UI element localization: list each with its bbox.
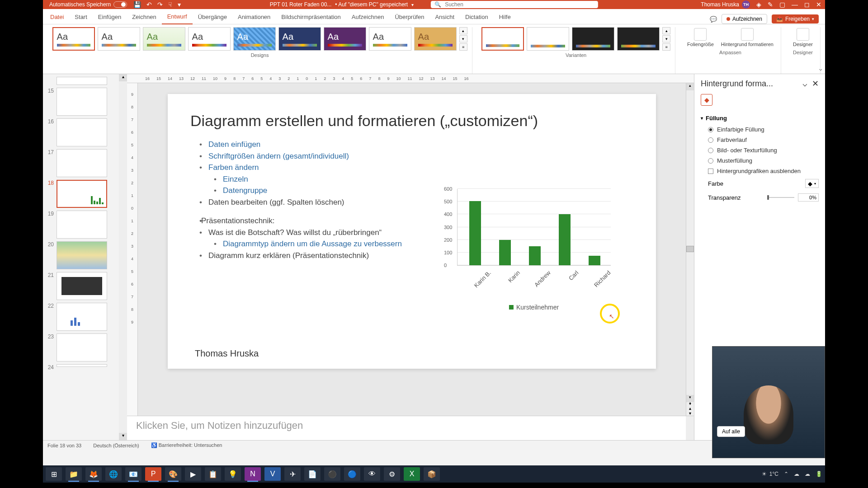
accessibility-status[interactable]: ♿ Barrierefreiheit: Untersuchen (151, 442, 222, 448)
firefox-icon[interactable]: 🦊 (85, 467, 102, 481)
fill-section-header[interactable]: Füllung (701, 112, 819, 124)
obs-icon[interactable]: ⚫ (324, 467, 340, 481)
record-button[interactable]: Aufzeichnen (722, 14, 767, 24)
more-qat-icon[interactable]: ▾ (178, 1, 181, 8)
fill-picture-option[interactable]: Bild- oder Texturfüllung (701, 145, 819, 155)
minimize-icon[interactable]: — (792, 1, 798, 8)
app-icon-7[interactable]: 🎨 (165, 467, 181, 481)
dropdown-icon[interactable]: ▾ (411, 2, 414, 7)
theme-thumb-1[interactable]: Aa (52, 27, 95, 51)
slide-thumb-19[interactable] (57, 211, 107, 239)
tab-help[interactable]: Hilfe (494, 10, 516, 24)
tray-expand-icon[interactable]: ⌃ (784, 471, 788, 477)
slide-thumb-23[interactable] (57, 333, 107, 361)
hide-bg-checkbox[interactable]: Hintergrundgrafiken ausblenden (701, 166, 819, 176)
designer-button[interactable]: Designer (790, 27, 816, 48)
touch-mode-icon[interactable]: ☟ (168, 1, 172, 8)
fill-solid-option[interactable]: Einfarbige Füllung (701, 124, 819, 135)
tab-review[interactable]: Überprüfen (389, 10, 429, 24)
theme-thumb-4[interactable]: Aa (188, 27, 231, 51)
app-icon-20[interactable]: 📦 (424, 467, 440, 481)
undo-icon[interactable]: ↶ (146, 1, 152, 8)
comments-icon[interactable]: 💬 (710, 16, 717, 23)
tray-cloud-icon[interactable]: ☁ (794, 471, 799, 477)
chrome-icon[interactable]: 🌐 (105, 467, 122, 481)
app-icon-10[interactable]: 💡 (225, 467, 241, 481)
pen-icon[interactable]: ✎ (768, 1, 773, 8)
tab-dictation[interactable]: Dictation (460, 10, 494, 24)
close-icon[interactable]: ✕ (816, 1, 821, 8)
window-icon[interactable]: ▢ (779, 1, 785, 8)
autosave-toggle[interactable] (113, 1, 127, 8)
format-background-button[interactable]: Hintergrund formatieren (718, 27, 776, 48)
slide-thumb-17[interactable] (57, 149, 107, 177)
variant-more[interactable]: ≡ (662, 43, 670, 51)
variant-2[interactable] (527, 27, 569, 51)
fill-pattern-option[interactable]: Musterfüllung (701, 155, 819, 166)
theme-thumb-8[interactable]: Aa (369, 27, 411, 51)
thumbnail-scrollbar[interactable]: ▴▾ (119, 74, 127, 440)
settings-icon[interactable]: ⚙ (384, 467, 400, 481)
outlook-icon[interactable]: 📧 (125, 467, 142, 481)
diamond-icon[interactable]: ◈ (756, 1, 761, 8)
variant-3[interactable] (572, 27, 614, 51)
pane-collapse-icon[interactable]: ⌵ (802, 79, 807, 89)
theme-scroll-up[interactable]: ▴ (459, 27, 467, 34)
vlc-icon[interactable]: ▶ (185, 467, 201, 481)
save-icon[interactable]: 💾 (133, 1, 141, 8)
tray-onedrive-icon[interactable]: ☁ (805, 471, 810, 477)
app-icon-14[interactable]: 📄 (304, 467, 321, 481)
slide-thumb-21[interactable] (57, 272, 107, 300)
slide-thumb-18[interactable] (57, 180, 107, 208)
variant-1[interactable] (481, 27, 524, 51)
start-menu-icon[interactable]: ⊞ (46, 467, 62, 481)
vertical-scrollbar[interactable]: ▴▾ ♦▴▾ (686, 83, 694, 416)
collapse-ribbon-icon[interactable]: ⌵ (819, 66, 822, 72)
fill-gradient-option[interactable]: Farbverlauf (701, 135, 819, 145)
app-icon-17[interactable]: 👁 (364, 467, 380, 481)
theme-more[interactable]: ≡ (459, 43, 467, 51)
pane-close-icon[interactable]: ✕ (812, 79, 819, 89)
share-button[interactable]: 📤Freigeben▾ (772, 14, 819, 23)
notes-scrollbar[interactable] (686, 416, 694, 440)
maximize-icon[interactable]: ◻ (804, 1, 810, 8)
app-icon-9[interactable]: 📋 (205, 467, 221, 481)
theme-scroll-down[interactable]: ▾ (459, 35, 467, 42)
slide-thumb-24[interactable] (57, 364, 107, 367)
transparency-value[interactable]: 0% (798, 193, 819, 202)
app-icon-12[interactable]: V (264, 467, 281, 481)
variant-scroll-up[interactable]: ▴ (662, 27, 670, 34)
weather-widget[interactable]: ☀1°C (762, 471, 778, 477)
color-picker[interactable]: ◆ (805, 179, 819, 188)
tab-slideshow[interactable]: Bildschirmpräsentation (276, 10, 346, 24)
tab-start[interactable]: Start (69, 10, 92, 24)
tray-battery-icon[interactable]: 🔋 (816, 471, 822, 477)
slide-thumb-15[interactable] (57, 88, 107, 116)
tab-insert[interactable]: Einfügen (93, 10, 127, 24)
slide-thumb-16[interactable] (57, 118, 107, 146)
tab-view[interactable]: Ansicht (429, 10, 460, 24)
theme-thumb-9[interactable]: Aa (414, 27, 457, 51)
file-explorer-icon[interactable]: 📁 (66, 467, 82, 481)
fill-tab-icon[interactable]: ◆ (701, 94, 712, 106)
slide-thumb-20[interactable] (57, 241, 107, 269)
variant-4[interactable] (617, 27, 660, 51)
theme-thumb-2[interactable]: Aa (98, 27, 140, 51)
slide-size-button[interactable]: Foliengröße (684, 27, 717, 48)
notes-area[interactable]: Klicken Sie, um Notizen hinzuzufügen (127, 416, 694, 440)
powerpoint-icon[interactable]: P (145, 467, 161, 481)
slide-thumb-22[interactable] (57, 303, 107, 331)
language-status[interactable]: Deutsch (Österreich) (93, 443, 139, 448)
tab-transitions[interactable]: Übergänge (193, 10, 232, 24)
chart[interactable]: 600 500 400 300 200 100 0 (439, 189, 629, 324)
app-icon-16[interactable]: 🔵 (344, 467, 360, 481)
slide-counter[interactable]: Folie 18 von 33 (47, 443, 81, 448)
tab-design[interactable]: Entwurf (162, 9, 193, 24)
theme-thumb-3[interactable]: Aa (143, 27, 185, 51)
tab-draw[interactable]: Zeichnen (127, 10, 161, 24)
file-name[interactable]: PPT 01 Roter Faden 00... (270, 1, 332, 8)
transparency-slider[interactable] (767, 197, 794, 198)
apply-all-button[interactable]: Auf alle (717, 426, 745, 437)
variant-scroll-down[interactable]: ▾ (662, 35, 670, 42)
search-box[interactable]: 🔍 Suchen (431, 1, 598, 8)
